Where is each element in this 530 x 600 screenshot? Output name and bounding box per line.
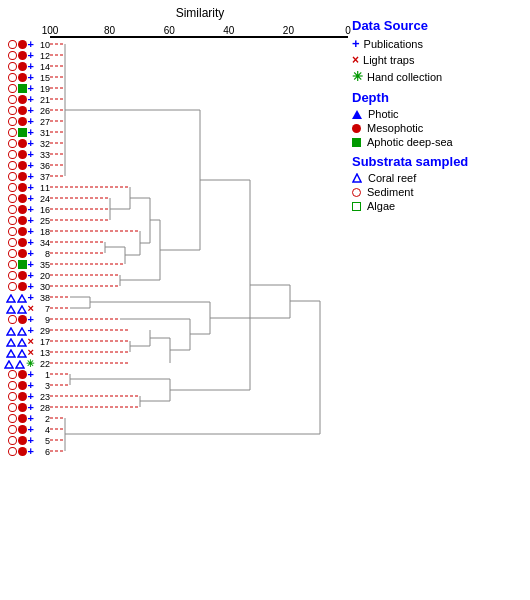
star-icon: ✳ bbox=[352, 69, 363, 84]
legend-aphotic: Aphotic deep-sea bbox=[352, 136, 527, 148]
legend-sediment: Sediment bbox=[352, 186, 527, 198]
table-row: + 12 bbox=[8, 50, 348, 61]
table-row: + 38 bbox=[8, 292, 348, 303]
row-label: 20 bbox=[36, 271, 50, 281]
row-label: 36 bbox=[36, 161, 50, 171]
substrata-icon bbox=[4, 359, 14, 368]
row-label: 28 bbox=[36, 403, 50, 413]
table-row: + 34 bbox=[8, 237, 348, 248]
svg-marker-96 bbox=[18, 328, 26, 335]
square-filled-icon bbox=[352, 138, 361, 147]
table-row: + 26 bbox=[8, 105, 348, 116]
table-row: + 14 bbox=[8, 61, 348, 72]
depth-icon bbox=[18, 62, 27, 71]
source-icon: + bbox=[28, 446, 34, 457]
legend-lighttraps-label: Light traps bbox=[363, 54, 414, 66]
substrata-icon bbox=[8, 117, 17, 126]
svg-marker-98 bbox=[18, 339, 26, 346]
source-icon: × bbox=[28, 347, 34, 358]
row-label: 3 bbox=[36, 381, 50, 391]
table-row: + 31 bbox=[8, 127, 348, 138]
row-label: 31 bbox=[36, 128, 50, 138]
depth-icon bbox=[18, 51, 27, 60]
table-row: × 7 bbox=[8, 303, 348, 314]
svg-marker-97 bbox=[7, 339, 15, 346]
table-row: + 21 bbox=[8, 94, 348, 105]
table-row: + 2 bbox=[8, 413, 348, 424]
substrata-icon bbox=[8, 238, 17, 247]
table-row: + 6 bbox=[8, 446, 348, 457]
depth-icon bbox=[18, 315, 27, 324]
substrata-icon bbox=[8, 95, 17, 104]
row-label: 33 bbox=[36, 150, 50, 160]
row-label: 34 bbox=[36, 238, 50, 248]
table-row: + 4 bbox=[8, 424, 348, 435]
substrata-icon bbox=[8, 381, 17, 390]
table-row: + 23 bbox=[8, 391, 348, 402]
legend-mesophotic-label: Mesophotic bbox=[367, 122, 423, 134]
row-label: 24 bbox=[36, 194, 50, 204]
plus-icon: + bbox=[352, 36, 360, 51]
axis-line bbox=[50, 36, 348, 38]
table-row: + 33 bbox=[8, 149, 348, 160]
row-label: 4 bbox=[36, 425, 50, 435]
svg-marker-91 bbox=[7, 295, 15, 302]
substrata-icon bbox=[8, 62, 17, 71]
table-row: + 1 bbox=[8, 369, 348, 380]
row-label: 27 bbox=[36, 117, 50, 127]
depth-icon bbox=[18, 260, 27, 269]
substrata-icon bbox=[8, 106, 17, 115]
substrata-icon bbox=[8, 403, 17, 412]
substrata-icon bbox=[8, 447, 17, 456]
substrata-icon bbox=[8, 315, 17, 324]
svg-marker-95 bbox=[7, 328, 15, 335]
substrata-icon bbox=[8, 183, 17, 192]
legend-panel: Data Source + Publications × Light traps… bbox=[352, 18, 527, 214]
row-label: 16 bbox=[36, 205, 50, 215]
depth-icon bbox=[18, 249, 27, 258]
substrata-icon bbox=[6, 348, 16, 357]
depth-icon bbox=[18, 381, 27, 390]
depth-icon bbox=[17, 293, 27, 302]
row-label: 18 bbox=[36, 227, 50, 237]
row-label: 9 bbox=[36, 315, 50, 325]
data-source-title: Data Source bbox=[352, 18, 527, 33]
table-row: × 13 bbox=[8, 347, 348, 358]
table-row: + 5 bbox=[8, 435, 348, 446]
depth-icon bbox=[18, 414, 27, 423]
row-label: 38 bbox=[36, 293, 50, 303]
depth-icon bbox=[18, 216, 27, 225]
substrata-icon bbox=[8, 216, 17, 225]
tick-40: 40 bbox=[223, 25, 234, 36]
row-label: 15 bbox=[36, 73, 50, 83]
substrata-icon bbox=[8, 392, 17, 401]
substrata-icon bbox=[8, 436, 17, 445]
row-label: 29 bbox=[36, 326, 50, 336]
legend-publications-label: Publications bbox=[364, 38, 423, 50]
depth-icon bbox=[15, 359, 25, 368]
row-label: 25 bbox=[36, 216, 50, 226]
row-container: + 10 + 12 + 14 + 15 + bbox=[8, 39, 348, 457]
substrata-icon bbox=[8, 73, 17, 82]
row-label: 12 bbox=[36, 51, 50, 61]
legend-photic: Photic bbox=[352, 108, 527, 120]
legend-handcollection-label: Hand collection bbox=[367, 71, 442, 83]
source-icon: ✳ bbox=[26, 359, 34, 369]
legend-coralreef-label: Coral reef bbox=[368, 172, 416, 184]
row-label: 32 bbox=[36, 139, 50, 149]
depth-icon bbox=[18, 172, 27, 181]
table-row: × 17 bbox=[8, 336, 348, 347]
cross-icon: × bbox=[352, 53, 359, 67]
row-label: 26 bbox=[36, 106, 50, 116]
row-label: 30 bbox=[36, 282, 50, 292]
substrata-icon bbox=[8, 425, 17, 434]
table-row: + 35 bbox=[8, 259, 348, 270]
svg-marker-94 bbox=[18, 306, 26, 313]
row-label: 21 bbox=[36, 95, 50, 105]
axis-labels: 100 80 60 40 20 0 bbox=[50, 18, 348, 36]
table-row: ✳ 22 bbox=[8, 358, 348, 369]
substrata-icon bbox=[8, 414, 17, 423]
substrata-icon bbox=[8, 282, 17, 291]
row-label: 8 bbox=[36, 249, 50, 259]
table-row: + 15 bbox=[8, 72, 348, 83]
